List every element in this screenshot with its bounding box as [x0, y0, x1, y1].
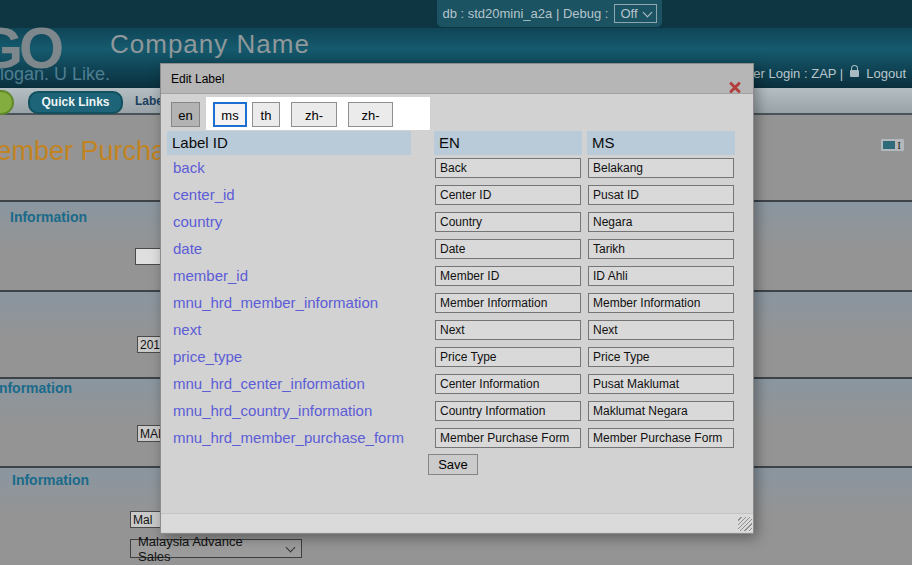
- edit-label-dialog: Edit Label en ms th zh-CN zh-TW Label ID…: [160, 63, 754, 534]
- table-row: date: [161, 236, 753, 263]
- en-input[interactable]: [435, 239, 581, 259]
- edit-label-toggle[interactable]: I: [880, 138, 905, 152]
- table-row: back: [161, 155, 753, 182]
- column-header-label-id: Label ID: [167, 131, 411, 155]
- screen: db : std20mini_a2a | Debug : Off GO Comp…: [0, 0, 912, 565]
- ibeam-cursor-icon: I: [897, 139, 901, 151]
- en-input[interactable]: [435, 347, 581, 367]
- ms-input[interactable]: [588, 185, 734, 205]
- en-input[interactable]: [435, 428, 581, 448]
- ms-input[interactable]: [588, 320, 734, 340]
- lock-icon: [850, 70, 859, 77]
- section-title: Information: [12, 472, 89, 488]
- label-id-link[interactable]: member_id: [173, 263, 248, 289]
- en-input[interactable]: [435, 266, 581, 286]
- en-input[interactable]: [435, 185, 581, 205]
- dialog-title: Edit Label: [171, 72, 224, 86]
- toggle-state-icon: [883, 141, 895, 149]
- tab-en[interactable]: en: [171, 102, 200, 127]
- label-id-link[interactable]: date: [173, 236, 202, 262]
- ms-input[interactable]: [588, 266, 734, 286]
- sales-type-value: Malaysia Advance Sales: [138, 534, 277, 564]
- en-input[interactable]: [435, 293, 581, 313]
- label-id-link[interactable]: mnu_hrd_country_information: [173, 398, 372, 424]
- company-name: Company Name: [110, 29, 310, 60]
- column-header-en: EN: [434, 131, 582, 155]
- debug-select[interactable]: Off: [614, 4, 656, 23]
- chevron-down-icon: [642, 7, 652, 17]
- en-input[interactable]: [435, 158, 581, 178]
- table-row: mnu_hrd_center_information: [161, 371, 753, 398]
- label-id-link[interactable]: center_id: [173, 182, 235, 208]
- ms-input[interactable]: [588, 293, 734, 313]
- dialog-titlebar[interactable]: Edit Label: [161, 64, 753, 94]
- tab-th[interactable]: th: [252, 102, 280, 127]
- db-toolbar: db : std20mini_a2a | Debug : Off: [437, 0, 662, 27]
- en-input[interactable]: [435, 212, 581, 232]
- label-id-link[interactable]: mnu_hrd_center_information: [173, 371, 365, 397]
- section-title: Information: [0, 380, 72, 396]
- status-dot-icon: [0, 90, 14, 115]
- db-label: db : std20mini_a2a | Debug :: [442, 6, 608, 21]
- resize-grip[interactable]: [738, 517, 752, 531]
- table-row: mnu_hrd_member_information: [161, 290, 753, 317]
- top-strip: db : std20mini_a2a | Debug : Off: [0, 0, 912, 28]
- en-input[interactable]: [435, 320, 581, 340]
- table-row: next: [161, 317, 753, 344]
- ms-input[interactable]: [588, 239, 734, 259]
- label-id-link[interactable]: country: [173, 209, 222, 235]
- ms-input[interactable]: [588, 428, 734, 448]
- ms-input[interactable]: [588, 374, 734, 394]
- sales-type-select[interactable]: Malaysia Advance Sales: [130, 539, 302, 558]
- close-icon[interactable]: [729, 81, 741, 93]
- chevron-down-icon: [286, 542, 296, 552]
- label-id-link[interactable]: price_type: [173, 344, 242, 370]
- logout-link[interactable]: Logout: [866, 66, 906, 81]
- tab-ms[interactable]: ms: [213, 102, 247, 127]
- tab-zh-tw[interactable]: zh-TW: [348, 102, 393, 127]
- table-row: mnu_hrd_country_information: [161, 398, 753, 425]
- debug-value: Off: [620, 6, 637, 21]
- label-id-link[interactable]: mnu_hrd_member_purchase_form: [173, 425, 404, 451]
- table-row: member_id: [161, 263, 753, 290]
- en-input[interactable]: [435, 374, 581, 394]
- label-id-link[interactable]: back: [173, 155, 205, 181]
- column-header-ms: MS: [587, 131, 735, 155]
- ms-input[interactable]: [588, 158, 734, 178]
- label-id-link[interactable]: mnu_hrd_member_information: [173, 290, 378, 316]
- section-title: Information: [10, 209, 87, 225]
- tab-zh-cn[interactable]: zh-CN: [291, 102, 337, 127]
- table-row: price_type: [161, 344, 753, 371]
- en-input[interactable]: [435, 401, 581, 421]
- save-button[interactable]: Save: [428, 454, 478, 475]
- slogan: Slogan. U Like.: [0, 64, 110, 85]
- table-row: mnu_hrd_member_purchase_form: [161, 425, 753, 452]
- dialog-statusbar: [161, 513, 753, 532]
- ms-input[interactable]: [588, 401, 734, 421]
- ms-input[interactable]: [588, 347, 734, 367]
- label-id-link[interactable]: next: [173, 317, 201, 343]
- table-row: center_id: [161, 182, 753, 209]
- ms-input[interactable]: [588, 212, 734, 232]
- table-row: country: [161, 209, 753, 236]
- user-login-bar: User Login : ZAP | Logout: [737, 66, 906, 81]
- quick-links-button[interactable]: Quick Links: [28, 91, 123, 114]
